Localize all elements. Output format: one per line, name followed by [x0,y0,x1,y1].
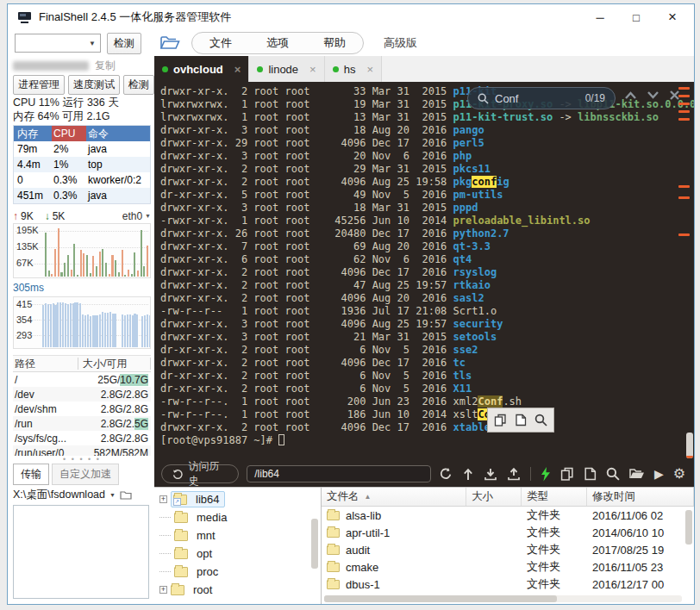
copy-link[interactable]: 复制 [95,59,116,73]
copy-icon[interactable] [560,467,574,481]
terminal-scrollbar-thumb[interactable] [686,433,693,458]
run-icon[interactable]: ▶ [654,467,664,481]
ping-bar [77,302,78,347]
tree-item-lib64[interactable]: +lib64 [159,490,321,508]
history-button[interactable]: 访问历史 [161,464,239,483]
ping-bar [136,314,138,347]
tree-item-media[interactable]: media [159,508,321,526]
close-tab-icon[interactable]: × [234,63,241,76]
folder-icon[interactable] [120,490,132,500]
net-bar [147,246,148,277]
file-row-audit[interactable]: audit文件夹2017/08/25 19 [322,541,694,558]
net-bar [83,253,84,277]
file-row-dbus-1[interactable]: dbus-1文件夹2016/12/17 00 [322,576,694,593]
chevron-down-icon[interactable] [647,90,659,100]
directory-tree: +lib64mediamntoptproc+root [154,488,322,604]
ping-bar [42,305,44,347]
net-bar [109,274,110,277]
upload-icon[interactable] [507,468,521,481]
transfer-tab-自定义加速[interactable]: 自定义加速 [52,464,119,485]
table-scrollbar-thumb[interactable] [685,510,692,545]
terminal-search-box[interactable]: Conf 0/19 [467,87,616,109]
settings-gear-icon[interactable]: ⚙ [673,467,685,481]
expander-icon[interactable]: + [159,586,167,594]
terminal-line: drwxr-xr-x. 2 root root 4096 Aug 20 2016… [160,292,694,305]
process-row: 79m2%java [14,141,150,157]
transfer-tab-传输[interactable]: 传输 [13,464,49,485]
menu-item-文件[interactable]: 文件 [209,35,232,51]
file-row-alsa-lib[interactable]: alsa-lib文件夹2016/11/06 02 [322,507,694,524]
mem-stat: 内存 64% 可用 2.1G [13,109,151,123]
copy-icon[interactable] [494,414,507,426]
transfer-list[interactable] [13,505,149,599]
download-icon[interactable] [484,468,497,481]
maximize-button[interactable]: □ [618,5,654,29]
chevron-up-icon[interactable] [624,90,637,100]
remote-path-input[interactable]: /lib64 [247,465,431,482]
ping-bar [57,302,59,347]
download-path-row[interactable]: X:\桌面\fsdownload ▼ [13,485,151,503]
file-col-header-类型[interactable]: 类型 [522,488,587,506]
file-browser: +lib64mediamntoptproc+root 文件名▲大小类型修改时间 … [154,487,694,604]
interface-select[interactable]: eth0▼ [122,210,151,222]
tree-item-mnt[interactable]: mnt [159,526,321,545]
terminal-line: drwxr-xr-x. 26 root root 20480 Dec 17 20… [160,227,694,240]
process-row: 00.3%kworker/0:2 [14,172,150,188]
expander-icon[interactable]: + [159,495,167,503]
tree-item-root[interactable]: +root [159,581,321,599]
terminal-line: drwxr-xr-x. 2 root root 4096 Dec 17 2016… [160,421,694,434]
disk-col-size[interactable]: 大小/可用 [78,358,151,370]
paste-icon[interactable] [584,467,597,481]
file-col-header-大小[interactable]: 大小 [466,488,522,506]
net-bar [96,266,97,277]
menu-item-选项[interactable]: 选项 [266,35,289,51]
terminal[interactable]: drwxr-xr-x. 2 root root 33 Mar 31 2015 p… [154,82,694,461]
paste-icon[interactable] [515,414,527,426]
terminal-line: drwxr-xr-x. 3 root root 4096 Aug 25 19:5… [160,318,694,331]
sidebar-button-检测[interactable]: 检测 [123,75,154,95]
table-hscrollbar[interactable] [324,595,682,602]
net-bar [115,260,116,277]
session-tab-linode[interactable]: linode× [249,56,324,82]
close-tab-icon[interactable]: × [366,63,373,76]
session-tab-hs[interactable]: hs× [325,56,382,82]
terminal-line: -rw-r--r--. 1 root root 200 Jun 23 2016 … [160,395,694,408]
folder-icon [174,513,188,523]
open-folder-icon[interactable] [629,468,645,480]
ping-bar [90,316,91,347]
tree-item-proc[interactable]: proc [159,563,321,581]
search-icon[interactable] [606,467,620,481]
file-col-header-文件名[interactable]: 文件名▲ [322,488,466,506]
menu-item-帮助[interactable]: 帮助 [323,35,346,51]
sidebar-button-速度测试[interactable]: 速度测试 [68,75,120,95]
sidebar-button-进程管理[interactable]: 进程管理 [13,75,65,95]
ping-bar [114,314,116,347]
ping-bar [47,304,49,347]
net-bar [51,274,53,277]
minimize-button[interactable]: ─ [582,5,618,29]
ping-bar [72,303,74,347]
session-tab-ovhcloud[interactable]: ovhcloud× [154,56,249,82]
net-bar [80,250,82,277]
folder-icon [171,585,184,595]
net-up-value: 9K [21,210,34,222]
disk-col-path[interactable]: 路径 [13,358,78,370]
close-button[interactable]: × [654,5,691,29]
detect-button[interactable]: 检测 [107,33,141,54]
file-row-apr-util-1[interactable]: apr-util-1文件夹2014/06/10 10 [322,524,694,541]
tree-item-opt[interactable]: opt [159,545,321,563]
search-match-marker [678,110,690,113]
refresh-icon[interactable] [439,467,453,481]
search-icon[interactable] [534,414,547,426]
host-combo[interactable]: ▼ [15,34,101,53]
speed-boost-icon[interactable] [541,467,551,482]
file-col-header-修改时间[interactable]: 修改时间 [587,488,694,506]
open-folder-icon[interactable] [159,35,180,51]
up-directory-icon[interactable] [462,468,474,481]
chevron-down-icon: ▼ [89,40,96,47]
close-tab-icon[interactable]: × [309,63,316,76]
tree-scrollbar-thumb[interactable] [311,519,318,569]
file-row-cmake[interactable]: cmake文件夹2016/11/05 23 [322,558,694,576]
ping-bar [127,314,128,347]
net-bar [86,255,88,277]
